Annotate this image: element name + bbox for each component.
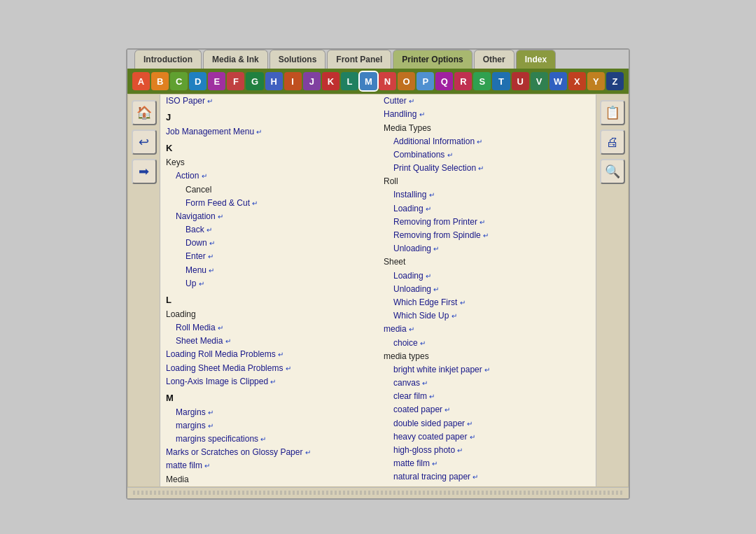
natural-tracing-link[interactable]: natural tracing paper ↵ xyxy=(393,472,478,482)
iso-paper-link[interactable]: ISO Paper ↵ xyxy=(166,96,213,106)
loading-roll-link[interactable]: Loading ↵ xyxy=(393,204,431,213)
list-item: Keys xyxy=(166,156,372,169)
heavy-coated-link[interactable]: heavy coated paper ↵ xyxy=(393,432,475,442)
forward-button[interactable]: ➡ xyxy=(132,159,157,184)
alpha-B[interactable]: B xyxy=(151,72,169,90)
alphabet-bar: A B C D E F G H I J K L M N O P Q R S T … xyxy=(127,69,629,94)
list-item: media ↵ xyxy=(384,323,590,336)
alpha-O[interactable]: O xyxy=(398,72,415,90)
list-item: Installing ↵ xyxy=(384,188,590,202)
long-axis-link[interactable]: Long-Axis Image is Clipped ↵ xyxy=(166,377,276,386)
margins-lower-link[interactable]: margins ↵ xyxy=(176,421,214,430)
margins-cap-link[interactable]: Margins ↵ xyxy=(176,407,214,417)
enter-key-link[interactable]: Enter ↵ xyxy=(186,251,214,261)
list-item: high-gloss photo ↵ xyxy=(384,444,590,457)
loading-sheet-link[interactable]: Loading ↵ xyxy=(393,271,431,281)
tab-index[interactable]: Index xyxy=(516,50,556,69)
marks-scratches-link[interactable]: Marks or Scratches on Glossy Paper ↵ xyxy=(166,447,311,457)
alpha-F[interactable]: F xyxy=(227,72,244,90)
sheet-media-link[interactable]: Sheet Media ↵ xyxy=(176,336,231,346)
alpha-H[interactable]: H xyxy=(265,72,283,90)
navigation-link[interactable]: Navigation ↵ xyxy=(176,211,223,221)
action-link[interactable]: Action ↵ xyxy=(176,171,207,181)
alpha-D[interactable]: D xyxy=(189,72,206,90)
alpha-X[interactable]: X xyxy=(568,72,586,90)
coated-paper-link[interactable]: coated paper ↵ xyxy=(393,405,450,414)
list-item: Margins ↵ xyxy=(166,406,372,419)
tab-front-panel[interactable]: Front Panel xyxy=(327,50,391,69)
alpha-L[interactable]: L xyxy=(341,72,358,90)
alpha-J[interactable]: J xyxy=(303,72,321,90)
alpha-Q[interactable]: Q xyxy=(435,72,453,90)
contents-button[interactable]: 📋 xyxy=(600,100,625,125)
which-edge-link[interactable]: Which Edge First ↵ xyxy=(393,297,465,307)
tab-printer-options[interactable]: Printer Options xyxy=(393,50,472,69)
removing-printer-link[interactable]: Removing from Printer ↵ xyxy=(393,217,485,227)
back-key-link[interactable]: Back ↵ xyxy=(186,225,212,234)
loading-roll-problems-link[interactable]: Loading Roll Media Problems ↵ xyxy=(166,349,284,359)
choice-link[interactable]: choice ↵ xyxy=(393,338,426,348)
media-lower-link[interactable]: media ↵ xyxy=(384,324,414,334)
cutter-link[interactable]: Cutter ↵ xyxy=(384,96,414,106)
alpha-M[interactable]: M xyxy=(360,72,377,90)
combinations-link[interactable]: Combinations ↵ xyxy=(393,150,453,160)
alpha-S[interactable]: S xyxy=(473,72,491,90)
alpha-A[interactable]: A xyxy=(132,72,150,90)
list-item: Unloading ↵ xyxy=(384,283,590,296)
menu-key-link[interactable]: Menu ↵ xyxy=(186,265,214,275)
tab-bar: Introduction Media & Ink Solutions Front… xyxy=(127,50,629,69)
bright-white-link[interactable]: bright white inkjet paper ↵ xyxy=(393,365,490,374)
alpha-G[interactable]: G xyxy=(246,72,263,90)
handling-link[interactable]: Handling ↵ xyxy=(384,109,425,119)
installing-link[interactable]: Installing ↵ xyxy=(393,190,435,199)
loading-sheet-problems-link[interactable]: Loading Sheet Media Problems ↵ xyxy=(166,363,291,373)
alpha-Y[interactable]: Y xyxy=(587,72,605,90)
tab-other[interactable]: Other xyxy=(474,50,514,69)
list-item: double sided paper ↵ xyxy=(384,417,590,430)
alpha-K[interactable]: K xyxy=(322,72,340,90)
tab-solutions[interactable]: Solutions xyxy=(270,50,326,69)
alpha-R[interactable]: R xyxy=(454,72,472,90)
alpha-W[interactable]: W xyxy=(550,72,567,90)
tab-introduction[interactable]: Introduction xyxy=(134,50,202,69)
list-item: Navigation ↵ xyxy=(166,210,372,223)
which-side-link[interactable]: Which Side Up ↵ xyxy=(393,311,457,321)
removing-spindle-link[interactable]: Removing from Spindle ↵ xyxy=(393,230,489,240)
roll-media-link[interactable]: Roll Media ↵ xyxy=(176,323,223,332)
alpha-C[interactable]: C xyxy=(170,72,188,90)
down-key-link[interactable]: Down ↵ xyxy=(186,238,215,248)
unloading-sheet-link[interactable]: Unloading ↵ xyxy=(393,284,439,294)
alpha-U[interactable]: U xyxy=(512,72,529,90)
clear-film-link[interactable]: clear film ↵ xyxy=(393,391,435,401)
back-button[interactable]: ↩ xyxy=(132,129,157,155)
tab-media-ink[interactable]: Media & Ink xyxy=(203,50,268,69)
list-item: Roll xyxy=(384,175,590,188)
alpha-E[interactable]: E xyxy=(208,72,225,90)
alpha-I[interactable]: I xyxy=(284,72,302,90)
matte-film-link[interactable]: matte film ↵ xyxy=(166,461,210,470)
double-sided-link[interactable]: double sided paper ↵ xyxy=(393,419,472,428)
up-key-link[interactable]: Up ↵ xyxy=(186,279,204,288)
alpha-N[interactable]: N xyxy=(379,72,396,90)
list-item: Loading Sheet Media Problems ↵ xyxy=(166,362,372,375)
canvas-link[interactable]: canvas ↵ xyxy=(393,378,428,388)
list-item: Unloading ↵ xyxy=(384,242,590,255)
margins-specs-link[interactable]: margins specifications ↵ xyxy=(176,434,266,444)
alpha-Z[interactable]: Z xyxy=(606,72,624,90)
alpha-P[interactable]: P xyxy=(416,72,434,90)
print-quality-link[interactable]: Print Quality Selection ↵ xyxy=(393,163,484,173)
print-button[interactable]: 🖨 xyxy=(600,129,625,155)
matte-film-r-link[interactable]: matte film ↵ xyxy=(393,458,438,468)
search-button[interactable]: 🔍 xyxy=(600,159,625,184)
high-gloss-link[interactable]: high-gloss photo ↵ xyxy=(393,445,463,455)
alpha-V[interactable]: V xyxy=(531,72,548,90)
list-item: Which Side Up ↵ xyxy=(384,309,590,323)
additional-info-link[interactable]: Additional Information ↵ xyxy=(393,136,482,146)
list-item: Job Management Menu ↵ xyxy=(166,125,372,139)
home-button[interactable]: 🏠 xyxy=(132,100,157,125)
alpha-T[interactable]: T xyxy=(492,72,510,90)
form-feed-link[interactable]: Form Feed & Cut ↵ xyxy=(186,198,258,208)
unloading-roll-link[interactable]: Unloading ↵ xyxy=(393,244,439,253)
list-item: Sheet Media ↵ xyxy=(166,335,372,348)
job-mgmt-link[interactable]: Job Management Menu ↵ xyxy=(166,127,262,136)
